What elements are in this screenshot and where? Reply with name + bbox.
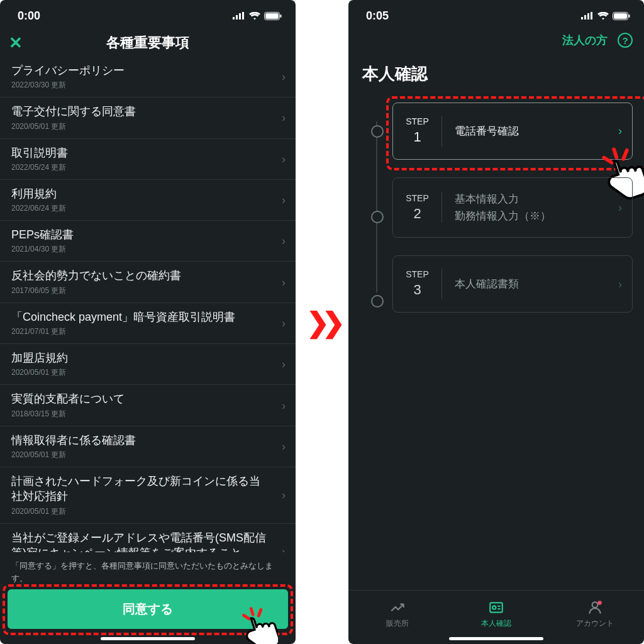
tab-2[interactable]: アカウント	[545, 591, 644, 638]
chevron-right-icon: ❯❯	[306, 306, 338, 338]
terms-date: 2021/07/01 更新	[11, 326, 270, 337]
step-card-2[interactable]: STEP 2 基本情報入力勤務情報入力（※） ›	[392, 177, 633, 238]
status-indicators	[581, 12, 630, 20]
terms-title: プライバシーポリシー	[11, 63, 270, 78]
tab-label: アカウント	[576, 618, 614, 629]
tab-bar: 販売所 本人確認 アカウント	[348, 590, 644, 644]
terms-row[interactable]: 加盟店規約 2020/05/01 更新 ›	[0, 344, 296, 385]
tab-0[interactable]: 販売所	[348, 591, 447, 638]
svg-rect-12	[587, 13, 589, 19]
terms-row[interactable]: 利用規約 2022/06/24 更新 ›	[0, 180, 296, 221]
svg-rect-13	[591, 12, 592, 19]
status-time: 0:05	[366, 9, 389, 23]
terms-row[interactable]: PEPs確認書 2021/04/30 更新 ›	[0, 221, 296, 262]
step-label: STEP 3	[404, 269, 442, 299]
consent-note: 「同意する」を押すと、各種同意事項に同意いただいたものとみなします。	[0, 552, 296, 589]
tab-label: 販売所	[386, 618, 409, 629]
signal-icon	[233, 12, 245, 19]
tab-icon	[587, 599, 603, 616]
progress-node	[371, 125, 384, 138]
agree-button[interactable]: 同意する	[8, 589, 288, 629]
header: ✕ 各種重要事項	[0, 29, 296, 57]
terms-row[interactable]: 「Coincheck payment」暗号資産取引説明書 2021/07/01 …	[0, 303, 296, 344]
terms-list[interactable]: プライバシーポリシー 2022/03/30 更新 ›電子交付に関する同意書 20…	[0, 57, 296, 552]
svg-rect-15	[614, 13, 627, 19]
progress-node	[371, 211, 384, 223]
home-indicator[interactable]	[101, 637, 195, 640]
terms-title: 利用規約	[11, 186, 270, 201]
step-body: 電話番号確認	[455, 123, 607, 140]
terms-date: 2020/05/01 更新	[11, 450, 270, 460]
step-list: STEP 1 電話番号確認 › STEP 2	[348, 103, 644, 330]
step-body: 本人確認書類	[455, 275, 607, 292]
terms-row[interactable]: 実質的支配者について 2018/03/15 更新 ›	[0, 385, 296, 426]
status-time: 0:00	[18, 9, 40, 23]
signal-icon	[581, 12, 594, 19]
screen-kyc: 0:05 法人の方 ? 本人確認 STEP 1 電話番号確認	[348, 0, 644, 644]
flow-arrow: ❯❯	[296, 0, 348, 644]
svg-rect-10	[581, 17, 583, 19]
chevron-right-icon: ›	[282, 358, 286, 371]
svg-rect-2	[239, 13, 241, 19]
close-icon[interactable]: ✕	[9, 35, 23, 51]
terms-date: 2022/03/30 更新	[11, 80, 270, 91]
terms-row[interactable]: 反社会的勢力でないことの確約書 2017/06/05 更新 ›	[0, 262, 296, 303]
chevron-right-icon: ›	[282, 70, 286, 84]
chevron-right-icon: ›	[282, 440, 286, 453]
svg-point-21	[492, 606, 496, 609]
terms-row[interactable]: 計画されたハードフォーク及び新コインに係る当社対応指針 2020/05/01 更…	[0, 467, 296, 524]
tab-icon	[488, 599, 504, 616]
terms-title: 取引説明書	[11, 145, 270, 160]
terms-title: 加盟店規約	[11, 350, 270, 365]
wifi-icon	[249, 12, 260, 20]
progress-node	[371, 295, 384, 308]
battery-icon	[264, 12, 282, 20]
chevron-right-icon: ›	[618, 201, 622, 214]
svg-point-24	[592, 602, 597, 608]
terms-row[interactable]: 電子交付に関する同意書 2020/05/01 更新 ›	[0, 97, 296, 138]
step-card-3[interactable]: STEP 3 本人確認書類 ›	[392, 255, 633, 313]
svg-rect-3	[242, 12, 244, 19]
step-card-1[interactable]: STEP 1 電話番号確認 ›	[392, 103, 633, 160]
chevron-right-icon: ›	[282, 152, 286, 165]
svg-rect-1	[236, 15, 238, 19]
terms-date: 2018/03/15 更新	[11, 409, 270, 419]
terms-row[interactable]: 当社がご登録メールアドレスや電話番号(SMS配信等)宛にキャンペーン情報等をご案…	[0, 524, 296, 552]
corporate-link[interactable]: 法人の方	[562, 33, 608, 48]
chevron-right-icon: ›	[282, 235, 286, 248]
page-title: 本人確認	[348, 54, 644, 103]
svg-point-25	[597, 601, 602, 605]
chevron-right-icon: ›	[282, 545, 286, 552]
chevron-right-icon: ›	[282, 316, 286, 330]
tab-icon	[389, 599, 406, 616]
terms-date: 2021/04/30 更新	[11, 244, 270, 255]
svg-rect-6	[280, 14, 282, 18]
status-indicators	[233, 12, 282, 20]
terms-title: 「Coincheck payment」暗号資産取引説明書	[11, 309, 270, 325]
terms-date: 2017/06/05 更新	[11, 286, 270, 296]
wifi-icon	[597, 12, 609, 20]
terms-row[interactable]: プライバシーポリシー 2022/03/30 更新 ›	[0, 57, 296, 97]
svg-rect-16	[629, 14, 630, 18]
help-icon[interactable]: ?	[618, 33, 633, 48]
tab-1[interactable]: 本人確認	[447, 591, 546, 638]
status-bar: 0:05	[348, 0, 644, 29]
chevron-right-icon: ›	[282, 275, 286, 289]
status-bar: 0:00	[0, 0, 296, 29]
terms-title: 計画されたハードフォーク及び新コインに係る当社対応指針	[11, 474, 270, 504]
chevron-right-icon: ›	[282, 111, 286, 125]
chevron-right-icon: ›	[618, 125, 622, 138]
terms-title: PEPs確認書	[11, 227, 270, 242]
terms-row[interactable]: 取引説明書 2022/05/24 更新 ›	[0, 139, 296, 180]
page-title: 各種重要事項	[106, 33, 189, 52]
step-label: STEP 2	[404, 192, 442, 223]
terms-title: 情報取得者に係る確認書	[11, 433, 270, 448]
chevron-right-icon: ›	[618, 277, 622, 291]
chevron-right-icon: ›	[282, 194, 286, 207]
terms-row[interactable]: 情報取得者に係る確認書 2020/05/01 更新 ›	[0, 426, 296, 467]
home-indicator[interactable]	[449, 637, 543, 640]
terms-title: 当社がご登録メールアドレスや電話番号(SMS配信等)宛にキャンペーン情報等をご案…	[11, 530, 270, 552]
terms-date: 2020/05/01 更新	[11, 367, 270, 378]
terms-title: 電子交付に関する同意書	[11, 104, 270, 119]
svg-rect-5	[265, 13, 279, 19]
